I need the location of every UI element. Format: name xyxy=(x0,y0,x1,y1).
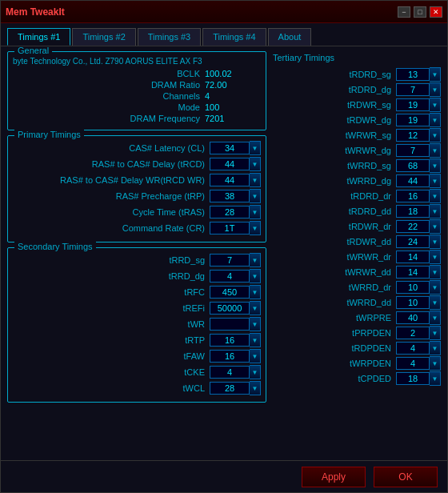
title-bar: Mem TweakIt − □ ✕ xyxy=(1,1,447,23)
primary-dropdown-btn[interactable]: ▼ xyxy=(250,221,261,235)
secondary-field-input[interactable] xyxy=(210,334,250,347)
secondary-dropdown-btn[interactable]: ▼ xyxy=(250,285,261,299)
secondary-dropdown-btn[interactable]: ▼ xyxy=(250,253,261,267)
general-row: DRAM Ratio 72.00 xyxy=(13,80,261,90)
tertiary-field-input[interactable] xyxy=(396,129,430,142)
secondary-field-input[interactable] xyxy=(210,318,250,331)
secondary-field-input[interactable] xyxy=(210,286,250,299)
tertiary-dropdown-btn[interactable]: ▼ xyxy=(430,98,441,112)
primary-label: Primary Timings xyxy=(14,130,84,139)
apply-button[interactable]: Apply xyxy=(302,467,366,487)
tertiary-dropdown-btn[interactable]: ▼ xyxy=(430,128,441,142)
tertiary-field-input[interactable] xyxy=(396,144,430,157)
secondary-field-label: tRRD_dg xyxy=(13,271,205,281)
tab-timings-1[interactable]: Timings #1 xyxy=(7,28,70,46)
tertiary-field-input[interactable] xyxy=(396,205,430,218)
tertiary-field-input[interactable] xyxy=(396,266,430,279)
general-field-value: 100 xyxy=(205,102,261,112)
tertiary-dropdown-btn[interactable]: ▼ xyxy=(430,326,441,340)
tab-timings-3[interactable]: Timings #3 xyxy=(138,28,201,46)
tertiary-field-input[interactable] xyxy=(396,190,430,202)
tertiary-timing-row: tCPDED ▼ xyxy=(273,371,441,386)
primary-field-input[interactable] xyxy=(210,142,250,154)
general-row: Mode 100 xyxy=(13,102,261,112)
tertiary-field-input[interactable] xyxy=(396,98,430,111)
tertiary-dropdown-btn[interactable]: ▼ xyxy=(430,113,441,127)
primary-field-label: RAS# Precharge (tRP) xyxy=(13,191,205,201)
secondary-dropdown-btn[interactable]: ▼ xyxy=(250,381,261,395)
tertiary-dropdown-btn[interactable]: ▼ xyxy=(430,82,441,97)
secondary-field-label: tRFC xyxy=(13,287,205,297)
tertiary-dropdown-btn[interactable]: ▼ xyxy=(430,204,441,218)
secondary-field-input[interactable] xyxy=(210,350,250,363)
primary-dropdown-btn[interactable]: ▼ xyxy=(250,141,261,155)
primary-dropdown-btn[interactable]: ▼ xyxy=(250,173,261,187)
tertiary-dropdown-btn[interactable]: ▼ xyxy=(430,356,441,371)
maximize-button[interactable]: □ xyxy=(414,6,426,18)
tertiary-dropdown-btn[interactable]: ▼ xyxy=(430,158,441,173)
secondary-dropdown-btn[interactable]: ▼ xyxy=(250,349,261,363)
primary-dropdown-btn[interactable]: ▼ xyxy=(250,205,261,219)
primary-field-input[interactable] xyxy=(210,174,250,186)
close-button[interactable]: ✕ xyxy=(430,6,442,18)
tertiary-field-input[interactable] xyxy=(396,68,430,81)
secondary-field-input[interactable] xyxy=(210,270,250,283)
primary-input-wrap: ▼ xyxy=(210,221,261,235)
tertiary-dropdown-btn[interactable]: ▼ xyxy=(430,67,441,82)
tertiary-field-label: tPRPDEN xyxy=(273,328,391,338)
tertiary-field-input[interactable] xyxy=(396,342,430,355)
tab-timings-2[interactable]: Timings #2 xyxy=(72,28,135,46)
tertiary-field-label: tWRRD_sg xyxy=(273,161,391,170)
secondary-dropdown-btn[interactable]: ▼ xyxy=(250,301,261,315)
primary-field-input[interactable] xyxy=(210,222,250,234)
tertiary-dropdown-btn[interactable]: ▼ xyxy=(430,341,441,355)
tertiary-field-input[interactable] xyxy=(396,251,430,263)
tertiary-dropdown-btn[interactable]: ▼ xyxy=(430,311,441,325)
tertiary-field-input[interactable] xyxy=(396,327,430,339)
secondary-field-input[interactable] xyxy=(210,366,250,379)
tertiary-timing-row: tRDRD_dd ▼ xyxy=(273,204,441,218)
minimize-button[interactable]: − xyxy=(398,6,410,18)
tertiary-field-input[interactable] xyxy=(396,235,430,248)
manufacturer-info: byte Technology Co., Ltd. Z790 AORUS ELI… xyxy=(13,57,261,66)
tertiary-field-input[interactable] xyxy=(396,174,430,187)
tertiary-field-input[interactable] xyxy=(396,83,430,96)
tertiary-dropdown-btn[interactable]: ▼ xyxy=(430,280,441,295)
tertiary-field-input[interactable] xyxy=(396,357,430,370)
secondary-dropdown-btn[interactable]: ▼ xyxy=(250,269,261,283)
tertiary-field-input[interactable] xyxy=(396,296,430,309)
tertiary-field-input[interactable] xyxy=(396,159,430,172)
primary-field-input[interactable] xyxy=(210,206,250,218)
general-field-value: 7201 xyxy=(205,114,261,123)
tertiary-field-input[interactable] xyxy=(396,114,430,126)
primary-dropdown-btn[interactable]: ▼ xyxy=(250,157,261,171)
tertiary-field-input[interactable] xyxy=(396,281,430,294)
tertiary-dropdown-btn[interactable]: ▼ xyxy=(430,174,441,188)
secondary-field-input[interactable] xyxy=(210,302,250,315)
secondary-dropdown-btn[interactable]: ▼ xyxy=(250,365,261,379)
tertiary-field-label: tWRRD_dd xyxy=(273,298,391,307)
tertiary-timing-row: tWRWR_dr ▼ xyxy=(273,250,441,264)
tab-timings-4[interactable]: Timings #4 xyxy=(202,28,266,46)
tertiary-dropdown-btn[interactable]: ▼ xyxy=(430,234,441,249)
tertiary-dropdown-btn[interactable]: ▼ xyxy=(430,143,441,158)
ok-button[interactable]: OK xyxy=(374,467,438,487)
primary-field-input[interactable] xyxy=(210,158,250,170)
tertiary-field-input[interactable] xyxy=(396,220,430,233)
tertiary-field-input[interactable] xyxy=(396,372,430,385)
tertiary-dropdown-btn[interactable]: ▼ xyxy=(430,265,441,279)
primary-dropdown-btn[interactable]: ▼ xyxy=(250,189,261,203)
tertiary-dropdown-btn[interactable]: ▼ xyxy=(430,189,441,203)
primary-field-input[interactable] xyxy=(210,190,250,202)
tertiary-dropdown-btn[interactable]: ▼ xyxy=(430,219,441,234)
secondary-dropdown-btn[interactable]: ▼ xyxy=(250,333,261,347)
tertiary-dropdown-btn[interactable]: ▼ xyxy=(430,371,441,386)
tertiary-dropdown-btn[interactable]: ▼ xyxy=(430,250,441,264)
secondary-dropdown-btn[interactable]: ▼ xyxy=(250,317,261,331)
tab-about[interactable]: About xyxy=(268,28,312,46)
content-area: General byte Technology Co., Ltd. Z790 A… xyxy=(1,46,447,460)
secondary-field-input[interactable] xyxy=(210,382,250,395)
tertiary-field-input[interactable] xyxy=(396,311,430,324)
tertiary-dropdown-btn[interactable]: ▼ xyxy=(430,295,441,310)
secondary-field-input[interactable] xyxy=(210,254,250,267)
